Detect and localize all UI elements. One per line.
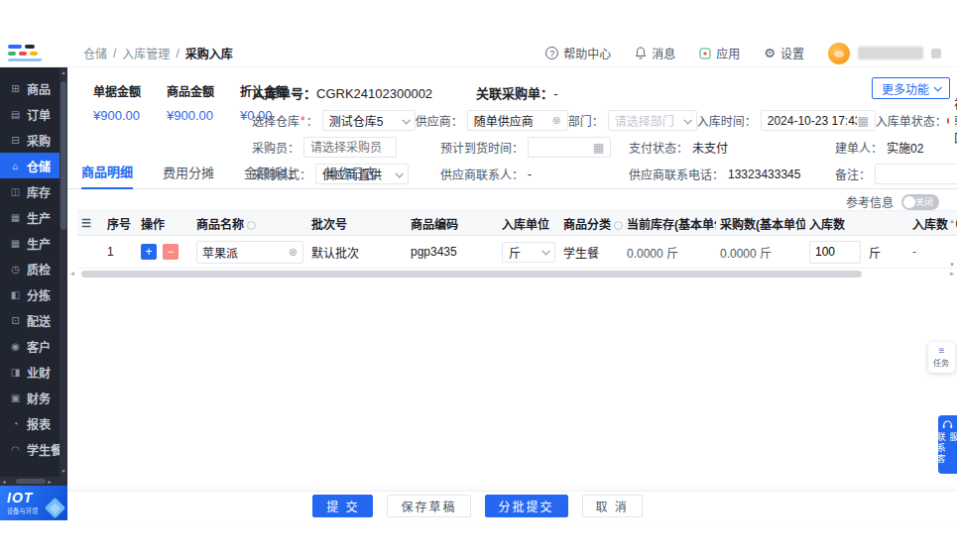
tab-goods-detail[interactable]: 商品明细 [81,162,133,189]
user-menu[interactable] [828,43,941,64]
chevron-down-icon [683,116,691,124]
apps-icon [699,48,711,59]
add-row-button[interactable]: + [141,244,157,260]
business-finance-icon: ◨ [9,367,22,378]
customer-service-button[interactable]: 联系客服 [938,415,957,474]
reference-info-toggle[interactable]: 关闭 [901,194,939,210]
sidebar-scrollbar-horizontal[interactable]: ◄ ► [0,477,60,486]
col-goods-name: 商品名称 [192,211,307,236]
messages-label: 消息 [652,45,675,61]
cancel-button[interactable]: 取 消 [582,495,643,517]
report-icon: ◔ [9,418,22,429]
row-goods-name: ⊗ [192,236,307,269]
scroll-down-icon[interactable]: ▼ [60,468,67,474]
scroll-left-icon[interactable]: ◄ [69,271,75,277]
department-select[interactable]: 请选择部门 [608,110,697,131]
goods-table: ☰ 序号 操作 商品名称 批次号 商品编码 入库单位 商品分类 当前库存(基本单… [77,210,947,279]
scroll-up-icon[interactable]: ▲ [949,218,955,224]
sidebar-item-production-2[interactable]: ▦生产› [0,230,67,256]
breadcrumb-warehouse[interactable]: 仓储 [83,45,107,61]
inbound-time-label: 入库时间： [697,112,757,129]
submit-button[interactable]: 提 交 [312,495,373,517]
batch-submit-button[interactable]: 分批提交 [485,495,568,517]
sidebar-item-delivery[interactable]: ⊡配送› [0,307,67,333]
pay-status-field: 支付状态： 未支付 [629,139,835,156]
sidebar-item-warehouse[interactable]: ⌂仓储› [0,153,67,178]
unit-select[interactable]: 斤 [502,242,555,263]
col-batch-no: 批次号 [307,211,407,236]
sidebar-item-orders[interactable]: ▤订单› [0,101,67,127]
scroll-left-icon[interactable]: ◄ [0,479,8,485]
iot-banner[interactable]: IOT 设备与环境 [0,486,67,520]
toggle-knob [903,196,915,208]
sidebar-item-label: 分拣 [27,286,51,303]
column-settings-icon[interactable]: ☰ [81,217,91,229]
supplier-select[interactable]: 随单供应商 ⊗ [467,110,568,131]
buyer-input[interactable] [310,141,390,155]
settings-button[interactable]: ⚙ 设置 [764,45,804,61]
scroll-up-icon[interactable]: ▲ [60,69,67,75]
buyer-field: 采购员： [252,137,440,158]
scroll-right-icon[interactable]: ► [46,479,54,485]
goods-icon: ⊞ [9,83,22,94]
apps-button[interactable]: 应用 [699,45,740,61]
scrollbar-thumb[interactable] [16,479,46,484]
row-batch-no: 默认批次 [307,236,407,269]
sidebar-item-customers[interactable]: ◉客户› [0,333,67,359]
sidebar-item-business-finance[interactable]: ◨业财› [0,359,67,385]
sidebar-item-finance[interactable]: ▣财务› [0,385,67,410]
buyer-select[interactable] [303,137,397,158]
sidebar-item-production-1[interactable]: ▦生产› [0,204,67,230]
clear-icon[interactable]: ⊗ [552,114,561,127]
sidebar-item-label: 报表 [27,415,51,432]
sidebar-item-purchase[interactable]: ⊟采购› [0,127,67,153]
eta-date-picker[interactable]: ▦ [528,137,611,158]
col-inbound-qty: 入库数 [805,211,908,236]
scrollbar-thumb[interactable] [60,81,66,230]
messages-button[interactable]: 消息 [635,45,675,61]
sidebar-item-student-meal[interactable]: ◠学生餐 [0,436,67,462]
sidebar-scrollbar-vertical[interactable] [60,67,67,486]
sidebar-item-label: 生产 [27,235,51,252]
breadcrumb-inbound-mgmt[interactable]: 入库管理 [122,45,170,61]
table-scrollbar-horizontal[interactable]: ◄ ► [77,270,947,279]
clear-icon[interactable]: ⊗ [289,246,298,259]
more-functions-label: 更多功能 [882,80,929,97]
sidebar-item-quality[interactable]: ◷质检› [0,256,67,281]
goods-name-input[interactable] [202,245,285,259]
sidebar-item-goods[interactable]: ⊞商品› [0,75,67,101]
apps-label: 应用 [716,45,740,61]
help-label: 帮助中心 [563,45,611,61]
scrollbar-thumb[interactable] [81,271,862,278]
scroll-right-icon[interactable]: ► [949,271,955,277]
gear-icon: ⚙ [764,47,776,59]
quality-icon: ◷ [9,264,22,275]
tab-operation-log[interactable]: 操作日志 [325,163,377,188]
help-icon: ? [545,47,558,59]
scroll-down-icon[interactable]: ▼ [949,262,955,268]
save-draft-button[interactable]: 保存草稿 [387,495,470,517]
inbound-order-no: 入库单号：CGRK24102300002 [252,83,432,102]
pay-status-label: 支付状态： [629,139,688,156]
sidebar-item-reports[interactable]: ◔报表› [0,410,67,436]
detail-tabs: 商品明细 费用分摊 金额折让 操作日志 [67,164,957,189]
warehouse-value: 测试仓库5 [329,112,403,129]
inbound-time-picker[interactable]: 2024-10-23 17:43 ▦ [761,110,876,131]
status-badge: 被驳回 [947,95,957,146]
warehouse-select[interactable]: 测试仓库5 [322,110,416,131]
task-float-button[interactable]: ≡ 任务 [928,342,955,373]
tab-cost-allocation[interactable]: 费用分摊 [163,163,214,188]
settings-label: 设置 [780,45,804,61]
inbound-qty-input[interactable] [809,241,861,264]
toggle-state-label: 关闭 [915,195,933,208]
col-goods-code: 商品编码 [407,211,498,236]
goods-amount-label: 商品金额 [167,82,214,99]
help-center-button[interactable]: ? 帮助中心 [545,45,611,61]
sidebar-item-sorting[interactable]: ◧分拣› [0,281,67,307]
status-dot-icon [947,118,950,124]
delete-row-button[interactable]: − [163,244,179,260]
sidebar-item-inventory[interactable]: ◫库存› [0,178,67,204]
tab-amount-discount[interactable]: 金额折让 [244,163,296,188]
org-badge-redacted [931,49,941,58]
sidebar-item-label: 采购 [27,132,51,149]
